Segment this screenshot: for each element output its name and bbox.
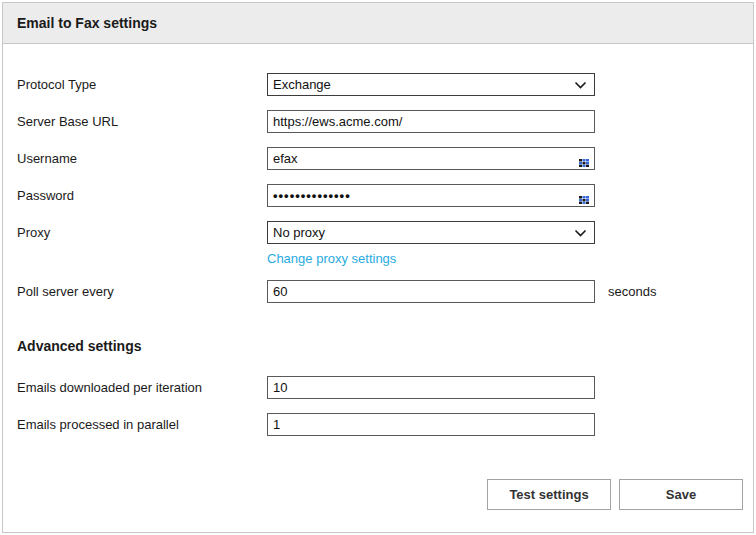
settings-form: Protocol Type Exchange Server Base URL U… [3, 44, 753, 436]
grid-dots-icon[interactable] [579, 155, 589, 163]
password-input[interactable] [267, 184, 595, 207]
poll-server-unit: seconds [608, 280, 656, 299]
emails-parallel-input[interactable] [267, 413, 595, 436]
proxy-row: Proxy No proxy [17, 221, 753, 244]
proxy-link-row: Change proxy settings [267, 251, 753, 266]
save-button[interactable]: Save [619, 479, 743, 510]
protocol-type-value: Exchange [273, 77, 331, 92]
advanced-settings-heading: Advanced settings [17, 338, 753, 354]
password-row: Password [17, 184, 753, 207]
proxy-label: Proxy [17, 221, 267, 240]
grid-dots-icon[interactable] [579, 192, 589, 200]
emails-per-iteration-label: Emails downloaded per iteration [17, 376, 267, 395]
server-base-url-label: Server Base URL [17, 110, 267, 129]
action-button-bar: Test settings Save [487, 479, 743, 510]
test-settings-button[interactable]: Test settings [487, 479, 611, 510]
protocol-type-select[interactable]: Exchange [267, 73, 595, 96]
emails-per-iteration-input[interactable] [267, 376, 595, 399]
emails-parallel-row: Emails processed in parallel [17, 413, 753, 436]
server-base-url-row: Server Base URL [17, 110, 753, 133]
username-input[interactable] [267, 147, 595, 170]
username-label: Username [17, 147, 267, 166]
chevron-down-icon [574, 81, 587, 90]
protocol-type-row: Protocol Type Exchange [17, 73, 753, 96]
username-row: Username [17, 147, 753, 170]
protocol-type-label: Protocol Type [17, 73, 267, 92]
poll-server-label: Poll server every [17, 280, 267, 299]
settings-panel: Email to Fax settings Protocol Type Exch… [2, 2, 754, 533]
chevron-down-icon [574, 229, 587, 238]
emails-parallel-label: Emails processed in parallel [17, 413, 267, 432]
server-base-url-input[interactable] [267, 110, 595, 133]
page-title: Email to Fax settings [17, 15, 157, 31]
emails-per-iteration-row: Emails downloaded per iteration [17, 376, 753, 399]
panel-header: Email to Fax settings [3, 3, 753, 44]
change-proxy-settings-link[interactable]: Change proxy settings [267, 251, 396, 266]
proxy-select[interactable]: No proxy [267, 221, 595, 244]
poll-server-row: Poll server every seconds [17, 280, 753, 303]
proxy-value: No proxy [273, 225, 325, 240]
poll-server-input[interactable] [267, 280, 595, 303]
password-label: Password [17, 184, 267, 203]
